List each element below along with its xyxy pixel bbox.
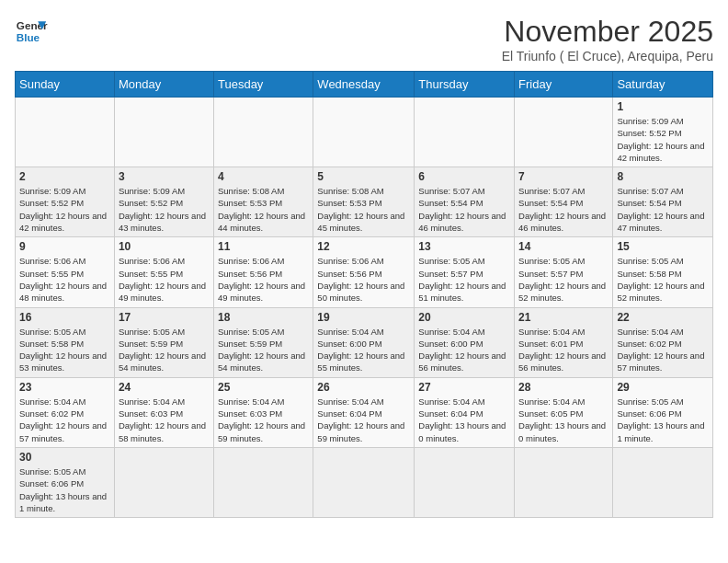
day-info: Sunrise: 5:05 AM Sunset: 5:57 PM Dayligh… xyxy=(518,255,609,304)
calendar-week-row: 30Sunrise: 5:05 AM Sunset: 6:06 PM Dayli… xyxy=(16,447,713,517)
calendar-cell xyxy=(114,447,213,517)
day-number: 17 xyxy=(119,311,210,324)
day-number: 9 xyxy=(19,240,110,253)
calendar-week-row: 2Sunrise: 5:09 AM Sunset: 5:52 PM Daylig… xyxy=(16,167,713,237)
day-info: Sunrise: 5:07 AM Sunset: 5:54 PM Dayligh… xyxy=(518,185,609,234)
day-number: 29 xyxy=(617,381,709,394)
calendar-cell xyxy=(213,447,313,517)
day-info: Sunrise: 5:05 AM Sunset: 6:06 PM Dayligh… xyxy=(617,396,709,444)
day-number: 24 xyxy=(119,381,210,394)
calendar-cell: 7Sunrise: 5:07 AM Sunset: 5:54 PM Daylig… xyxy=(515,167,613,237)
day-number: 11 xyxy=(218,240,309,253)
day-info: Sunrise: 5:04 AM Sunset: 6:00 PM Dayligh… xyxy=(317,326,410,374)
calendar-cell xyxy=(114,98,213,167)
day-number: 18 xyxy=(218,311,309,324)
day-number: 21 xyxy=(518,311,609,324)
calendar-cell: 13Sunrise: 5:05 AM Sunset: 5:57 PM Dayli… xyxy=(415,237,515,307)
calendar-cell: 23Sunrise: 5:04 AM Sunset: 6:02 PM Dayli… xyxy=(16,377,115,447)
calendar-cell: 21Sunrise: 5:04 AM Sunset: 6:01 PM Dayli… xyxy=(515,307,613,377)
svg-text:Blue: Blue xyxy=(17,31,40,43)
calendar-subtitle: El Triunfo ( El Cruce), Arequipa, Peru xyxy=(502,49,713,63)
calendar-cell xyxy=(16,98,115,167)
calendar-cell xyxy=(213,98,313,167)
day-number: 4 xyxy=(218,170,309,183)
calendar-cell: 22Sunrise: 5:04 AM Sunset: 6:02 PM Dayli… xyxy=(613,307,713,377)
calendar-cell: 5Sunrise: 5:08 AM Sunset: 5:53 PM Daylig… xyxy=(313,167,415,237)
day-number: 22 xyxy=(617,311,709,324)
calendar-cell: 25Sunrise: 5:04 AM Sunset: 6:03 PM Dayli… xyxy=(213,377,313,447)
day-info: Sunrise: 5:05 AM Sunset: 5:59 PM Dayligh… xyxy=(119,326,210,374)
day-info: Sunrise: 5:05 AM Sunset: 5:58 PM Dayligh… xyxy=(617,255,709,304)
calendar-cell: 30Sunrise: 5:05 AM Sunset: 6:06 PM Dayli… xyxy=(16,447,115,517)
day-info: Sunrise: 5:04 AM Sunset: 6:02 PM Dayligh… xyxy=(19,396,110,444)
calendar-cell xyxy=(313,98,415,167)
day-number: 19 xyxy=(317,311,410,324)
day-number: 30 xyxy=(19,451,110,464)
calendar-table: SundayMondayTuesdayWednesdayThursdayFrid… xyxy=(15,71,713,518)
day-number: 20 xyxy=(418,311,510,324)
day-info: Sunrise: 5:04 AM Sunset: 6:01 PM Dayligh… xyxy=(518,326,609,374)
weekday-header-thursday: Thursday xyxy=(415,72,515,98)
day-info: Sunrise: 5:05 AM Sunset: 6:06 PM Dayligh… xyxy=(19,465,110,514)
calendar-cell: 19Sunrise: 5:04 AM Sunset: 6:00 PM Dayli… xyxy=(313,307,415,377)
calendar-cell xyxy=(415,447,515,517)
calendar-title: November 2025 xyxy=(502,15,713,49)
day-info: Sunrise: 5:04 AM Sunset: 6:00 PM Dayligh… xyxy=(418,326,510,374)
day-info: Sunrise: 5:04 AM Sunset: 6:03 PM Dayligh… xyxy=(218,396,309,444)
calendar-cell: 18Sunrise: 5:05 AM Sunset: 5:59 PM Dayli… xyxy=(213,307,313,377)
calendar-week-row: 16Sunrise: 5:05 AM Sunset: 5:58 PM Dayli… xyxy=(16,307,713,377)
calendar-cell: 3Sunrise: 5:09 AM Sunset: 5:52 PM Daylig… xyxy=(114,167,213,237)
calendar-cell: 15Sunrise: 5:05 AM Sunset: 5:58 PM Dayli… xyxy=(613,237,713,307)
day-number: 14 xyxy=(518,240,609,253)
day-info: Sunrise: 5:09 AM Sunset: 5:52 PM Dayligh… xyxy=(119,185,210,234)
day-info: Sunrise: 5:07 AM Sunset: 5:54 PM Dayligh… xyxy=(617,185,709,234)
calendar-cell: 1Sunrise: 5:09 AM Sunset: 5:52 PM Daylig… xyxy=(613,98,713,167)
day-number: 25 xyxy=(218,381,309,394)
calendar-cell: 27Sunrise: 5:04 AM Sunset: 6:04 PM Dayli… xyxy=(415,377,515,447)
calendar-cell: 29Sunrise: 5:05 AM Sunset: 6:06 PM Dayli… xyxy=(613,377,713,447)
day-info: Sunrise: 5:04 AM Sunset: 6:03 PM Dayligh… xyxy=(119,396,210,444)
calendar-cell: 12Sunrise: 5:06 AM Sunset: 5:56 PM Dayli… xyxy=(313,237,415,307)
calendar-cell: 20Sunrise: 5:04 AM Sunset: 6:00 PM Dayli… xyxy=(415,307,515,377)
day-number: 27 xyxy=(418,381,510,394)
calendar-week-row: 23Sunrise: 5:04 AM Sunset: 6:02 PM Dayli… xyxy=(16,377,713,447)
day-number: 28 xyxy=(518,381,609,394)
day-number: 26 xyxy=(317,381,410,394)
calendar-cell: 14Sunrise: 5:05 AM Sunset: 5:57 PM Dayli… xyxy=(515,237,613,307)
day-number: 1 xyxy=(617,100,709,113)
day-info: Sunrise: 5:06 AM Sunset: 5:56 PM Dayligh… xyxy=(218,255,309,304)
day-info: Sunrise: 5:08 AM Sunset: 5:53 PM Dayligh… xyxy=(317,185,410,234)
day-info: Sunrise: 5:04 AM Sunset: 6:04 PM Dayligh… xyxy=(418,396,510,444)
day-info: Sunrise: 5:06 AM Sunset: 5:55 PM Dayligh… xyxy=(119,255,210,304)
calendar-cell xyxy=(515,98,613,167)
calendar-cell xyxy=(613,447,713,517)
day-number: 13 xyxy=(418,240,510,253)
day-number: 12 xyxy=(317,240,410,253)
calendar-cell: 4Sunrise: 5:08 AM Sunset: 5:53 PM Daylig… xyxy=(213,167,313,237)
day-info: Sunrise: 5:06 AM Sunset: 5:56 PM Dayligh… xyxy=(317,255,410,304)
day-number: 16 xyxy=(19,311,110,324)
weekday-header-wednesday: Wednesday xyxy=(313,72,415,98)
calendar-cell xyxy=(515,447,613,517)
day-number: 10 xyxy=(119,240,210,253)
calendar-cell: 9Sunrise: 5:06 AM Sunset: 5:55 PM Daylig… xyxy=(16,237,115,307)
day-info: Sunrise: 5:07 AM Sunset: 5:54 PM Dayligh… xyxy=(418,185,510,234)
day-number: 3 xyxy=(119,170,210,183)
day-info: Sunrise: 5:04 AM Sunset: 6:02 PM Dayligh… xyxy=(617,326,709,374)
day-number: 15 xyxy=(617,240,709,253)
day-info: Sunrise: 5:04 AM Sunset: 6:05 PM Dayligh… xyxy=(518,396,609,444)
calendar-cell: 24Sunrise: 5:04 AM Sunset: 6:03 PM Dayli… xyxy=(114,377,213,447)
day-info: Sunrise: 5:05 AM Sunset: 5:59 PM Dayligh… xyxy=(218,326,309,374)
day-info: Sunrise: 5:06 AM Sunset: 5:55 PM Dayligh… xyxy=(19,255,110,304)
weekday-header-sunday: Sunday xyxy=(16,72,115,98)
weekday-header-tuesday: Tuesday xyxy=(213,72,313,98)
day-number: 2 xyxy=(19,170,110,183)
calendar-cell: 10Sunrise: 5:06 AM Sunset: 5:55 PM Dayli… xyxy=(114,237,213,307)
calendar-cell: 16Sunrise: 5:05 AM Sunset: 5:58 PM Dayli… xyxy=(16,307,115,377)
calendar-cell xyxy=(313,447,415,517)
day-number: 6 xyxy=(418,170,510,183)
calendar-cell: 6Sunrise: 5:07 AM Sunset: 5:54 PM Daylig… xyxy=(415,167,515,237)
weekday-header-monday: Monday xyxy=(114,72,213,98)
title-section: November 2025 El Triunfo ( El Cruce), Ar… xyxy=(502,15,713,63)
page-header: General Blue November 2025 El Triunfo ( … xyxy=(15,15,713,63)
